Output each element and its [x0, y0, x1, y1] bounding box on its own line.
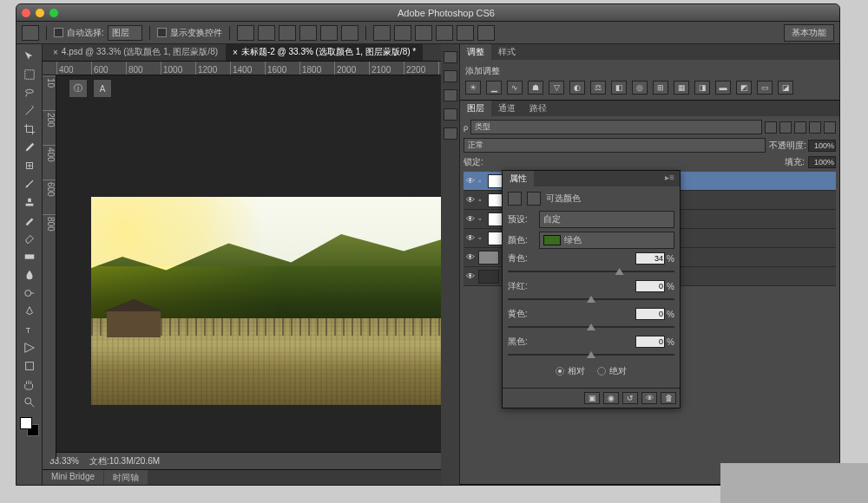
selective-color-icon[interactable]: ◪: [778, 81, 793, 95]
path-tool[interactable]: [20, 339, 39, 356]
align-right-icon[interactable]: [279, 25, 296, 41]
mask-icon[interactable]: [527, 192, 541, 206]
pen-tool[interactable]: [20, 303, 39, 320]
wand-tool[interactable]: [20, 102, 39, 120]
brightness-icon[interactable]: ☀: [465, 81, 481, 95]
move-tool[interactable]: [20, 48, 39, 65]
threshold-icon[interactable]: ◩: [736, 81, 752, 95]
shape-tool[interactable]: [20, 357, 39, 375]
bw-icon[interactable]: ◧: [611, 81, 627, 95]
vibrance-icon[interactable]: ▽: [549, 81, 564, 95]
slider-value-input[interactable]: [635, 252, 665, 265]
levels-icon[interactable]: ▁: [486, 81, 502, 95]
timeline-tab[interactable]: 时间轴: [104, 470, 148, 485]
character-icon[interactable]: A: [93, 79, 112, 98]
align-top-icon[interactable]: [299, 25, 317, 41]
reset-icon[interactable]: ↺: [622, 392, 638, 404]
doc-info[interactable]: 文档:10.3M/20.6M: [89, 455, 160, 467]
document-tab[interactable]: × 未标题-2 @ 33.3% (选取颜色 1, 图层蒙版/8) *: [226, 44, 423, 61]
swatches-panel-icon[interactable]: [444, 89, 457, 101]
stamp-tool[interactable]: [20, 193, 39, 211]
slider-track[interactable]: [508, 322, 674, 332]
gradient-tool[interactable]: [20, 248, 39, 265]
slider-value-input[interactable]: [635, 280, 665, 292]
show-transform-checkbox[interactable]: [157, 28, 167, 37]
paragraph-info-icon[interactable]: ⓘ: [69, 79, 88, 98]
canvas-area[interactable]: ⓘ A: [43, 75, 441, 452]
slider-value-input[interactable]: [635, 336, 665, 348]
visibility-toggle-icon[interactable]: 👁: [465, 176, 476, 186]
eyedropper-tool[interactable]: [20, 139, 39, 156]
slider-thumb[interactable]: [587, 323, 595, 330]
zoom-tool[interactable]: [20, 394, 39, 411]
align-center-h-icon[interactable]: [258, 25, 275, 41]
slider-thumb[interactable]: [587, 296, 595, 303]
history-panel-icon[interactable]: [444, 51, 457, 63]
distribute-icon[interactable]: [373, 25, 391, 41]
slider-track[interactable]: [508, 349, 674, 360]
auto-select-dropdown[interactable]: 图层: [108, 25, 142, 41]
mini-bridge-tab[interactable]: Mini Bridge: [43, 470, 103, 485]
tab-close-icon[interactable]: ×: [53, 48, 58, 57]
close-window-icon[interactable]: [22, 9, 30, 17]
relative-radio[interactable]: 相对: [556, 365, 585, 377]
adjustments-tab[interactable]: 调整: [460, 44, 491, 60]
histogram-panel-icon[interactable]: [444, 127, 457, 140]
document-tab[interactable]: × 4.psd @ 33.3% (选取颜色 1, 图层蒙版/8): [46, 44, 225, 61]
delete-adjustment-icon[interactable]: 🗑: [661, 392, 676, 404]
align-left-icon[interactable]: [237, 25, 254, 41]
slider-thumb[interactable]: [587, 351, 595, 358]
filter-type-icon[interactable]: [794, 121, 806, 134]
canvas[interactable]: [91, 197, 441, 405]
distribute-icon-4[interactable]: [436, 25, 453, 41]
channels-tab[interactable]: 通道: [491, 101, 523, 116]
character-panel-icon[interactable]: [444, 108, 457, 121]
type-tool[interactable]: T: [20, 321, 39, 338]
dodge-tool[interactable]: [20, 284, 39, 302]
paths-tab[interactable]: 路径: [523, 101, 554, 116]
color-balance-icon[interactable]: ⚖: [590, 81, 606, 95]
tab-close-icon[interactable]: ×: [233, 48, 238, 57]
move-tool-icon[interactable]: [22, 25, 39, 41]
fill-input[interactable]: [808, 156, 836, 168]
blend-mode-dropdown[interactable]: 正常: [464, 138, 766, 153]
gradient-map-icon[interactable]: ▭: [757, 81, 773, 95]
clip-to-layer-icon[interactable]: ▣: [584, 392, 600, 404]
color-swatches[interactable]: [20, 417, 39, 436]
curves-icon[interactable]: ∿: [507, 81, 523, 95]
filter-pixel-icon[interactable]: [765, 121, 777, 134]
visibility-toggle-icon[interactable]: 👁: [465, 195, 476, 206]
link-icon[interactable]: ◦: [478, 176, 485, 186]
toggle-visibility-icon[interactable]: 👁: [641, 392, 657, 404]
slider-track[interactable]: [508, 266, 674, 277]
link-icon[interactable]: ◦: [478, 233, 485, 243]
properties-tab[interactable]: 属性: [503, 171, 534, 186]
visibility-toggle-icon[interactable]: 👁: [465, 233, 476, 244]
posterize-icon[interactable]: ▬: [715, 81, 731, 95]
auto-select-checkbox[interactable]: [54, 28, 63, 37]
invert-icon[interactable]: ◨: [694, 81, 710, 95]
crop-tool[interactable]: [20, 121, 39, 138]
hand-tool[interactable]: [20, 376, 39, 393]
view-previous-icon[interactable]: ◉: [603, 392, 619, 404]
brush-tool[interactable]: [20, 175, 39, 193]
preset-dropdown[interactable]: 自定: [539, 211, 674, 228]
filter-smart-icon[interactable]: [824, 121, 836, 134]
blur-tool[interactable]: [20, 266, 39, 284]
visibility-toggle-icon[interactable]: 👁: [465, 252, 476, 263]
slider-thumb[interactable]: [615, 268, 624, 275]
exposure-icon[interactable]: ☗: [528, 81, 543, 95]
panel-menu-icon[interactable]: ▸≡: [660, 171, 680, 186]
distribute-icon-6[interactable]: [477, 25, 495, 41]
channel-mixer-icon[interactable]: ⊞: [653, 81, 668, 95]
align-bottom-icon[interactable]: [341, 25, 358, 41]
link-icon[interactable]: ◦: [478, 214, 485, 224]
align-center-v-icon[interactable]: [320, 25, 338, 41]
foreground-color-swatch[interactable]: [20, 417, 32, 429]
lasso-tool[interactable]: [20, 84, 39, 101]
distribute-icon-5[interactable]: [457, 25, 474, 41]
zoom-window-icon[interactable]: [49, 9, 58, 17]
color-dropdown[interactable]: 绿色: [539, 232, 674, 249]
color-panel-icon[interactable]: [444, 70, 457, 82]
slider-track[interactable]: [508, 294, 674, 304]
